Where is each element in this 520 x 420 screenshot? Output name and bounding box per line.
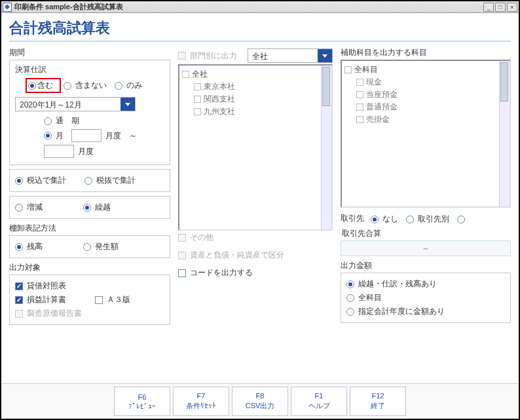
with-tax-radio[interactable] <box>15 177 23 185</box>
output-code-check[interactable] <box>178 269 186 277</box>
by-dept-check <box>178 52 186 60</box>
sub-accounts-label: 補助科目を出力する科目 <box>341 47 511 58</box>
balance-radio[interactable] <box>15 243 23 251</box>
tree-check[interactable] <box>344 66 352 73</box>
with-tax-label: 税込で集計 <box>26 175 71 186</box>
tree-item[interactable]: 普通預金 <box>366 102 398 113</box>
month-to-input[interactable] <box>44 145 74 158</box>
a3-check[interactable] <box>95 296 103 304</box>
tree-item[interactable]: 九州支社 <box>204 106 235 117</box>
tree-check[interactable] <box>194 108 201 115</box>
f1-button[interactable]: F1 ヘルプ <box>291 387 347 416</box>
inventory-panel: 残高 発生額 <box>9 235 170 258</box>
bs-check[interactable] <box>15 282 23 290</box>
f7-label: 条件ﾘｾｯﾄ <box>186 401 216 411</box>
amount-all-label: 全科目 <box>357 292 387 303</box>
period-panel: 決算仕訳 含む 含まない のみ 2020年1月～12月 <box>9 60 170 165</box>
tree-item[interactable]: 現金 <box>366 77 382 88</box>
period-month-label: 月 <box>54 130 69 142</box>
period-label: 期間 <box>9 47 170 58</box>
partner-by-radio[interactable] <box>406 216 414 223</box>
tree-root[interactable]: 全社 <box>192 69 208 80</box>
change-label: 増減 <box>26 202 48 213</box>
tree-check[interactable] <box>182 71 189 78</box>
change-radio[interactable] <box>15 204 23 212</box>
tree-root[interactable]: 全科目 <box>354 64 378 75</box>
other-check <box>178 234 186 242</box>
page-title: 合計残高試算表 <box>9 18 511 38</box>
f8-button[interactable]: F8 CSV出力 <box>232 387 288 416</box>
tree-item[interactable]: 売掛金 <box>366 114 390 125</box>
f7-key: F7 <box>197 392 206 400</box>
closing-only-label: のみ <box>125 80 147 91</box>
range-separator: ～ <box>422 243 430 254</box>
period-range-value: 2020年1月～12月 <box>16 98 121 111</box>
month-from-input[interactable] <box>71 129 102 142</box>
tree-check[interactable] <box>356 79 363 86</box>
minimize-button[interactable]: _ <box>483 3 494 12</box>
month-from-suffix: 月度 <box>104 130 126 142</box>
scrollbar[interactable] <box>499 61 510 206</box>
occur-radio[interactable] <box>83 243 91 251</box>
f6-button[interactable]: F6 ﾌﾟﾚﾋﾞｭｰ <box>114 387 170 416</box>
period-month-radio[interactable] <box>44 132 52 140</box>
window-title: 印刷条件 sample-合計残高試算表 <box>14 2 123 12</box>
partner-none-radio[interactable] <box>371 216 379 223</box>
closing-include-highlight: 含む <box>26 78 61 93</box>
bs-label: 貸借対照表 <box>26 280 71 292</box>
f1-key: F1 <box>315 392 324 400</box>
accounts-tree[interactable]: 全科目 現金 当座預金 普通預金 売掛金 <box>341 60 511 208</box>
without-tax-radio[interactable] <box>84 177 92 185</box>
partner-none-label: なし <box>381 214 403 225</box>
dept-select[interactable]: 全社 <box>248 48 333 63</box>
closing-include-label: 含む <box>36 80 58 91</box>
dept-tree[interactable]: 全社 東京本社 関西支社 九州支社 <box>178 64 333 231</box>
amount-designated-radio[interactable] <box>346 308 354 316</box>
amount-all-radio[interactable] <box>346 294 354 302</box>
f12-button[interactable]: F12 終了 <box>350 387 406 416</box>
amount-designated-label: 指定会計年度に金額あり <box>357 306 450 317</box>
close-button[interactable]: × <box>507 3 517 12</box>
maximize-button[interactable]: □ <box>495 3 506 12</box>
aggregate-panel: 税込で集計 税抜で集計 <box>9 169 170 192</box>
closing-only-radio[interactable] <box>115 82 122 90</box>
partner-merge-label: 取引先合算 <box>341 228 386 239</box>
tree-check[interactable] <box>356 116 363 123</box>
closing-include-radio[interactable] <box>28 82 36 90</box>
mfg-check <box>15 310 23 318</box>
month-sep: ～ <box>129 130 137 142</box>
period-full-radio[interactable] <box>44 117 52 125</box>
dropdown-caret-icon <box>121 98 135 111</box>
pl-check[interactable] <box>15 296 23 304</box>
tree-item[interactable]: 東京本社 <box>204 81 235 92</box>
mfg-label: 製造原価報告書 <box>26 308 87 319</box>
amount-carryover-label: 繰越・仕訳・残高あり <box>357 278 442 290</box>
scrollbar[interactable] <box>321 66 331 229</box>
partner-merge-radio[interactable] <box>457 216 465 223</box>
f8-key: F8 <box>256 392 265 400</box>
output-amount-panel: 繰越・仕訳・残高あり 全科目 指定会計年度に金額あり <box>341 273 511 323</box>
tree-check[interactable] <box>194 83 201 90</box>
closing-exclude-label: 含まない <box>74 80 112 91</box>
tree-check[interactable] <box>356 91 363 98</box>
output-target-label: 出力対象 <box>9 262 170 273</box>
tree-item[interactable]: 当座預金 <box>366 89 398 100</box>
closing-label: 決算仕訳 <box>15 64 164 75</box>
by-dept-label: 部門別に出力 <box>189 50 242 62</box>
tree-item[interactable]: 関西支社 <box>204 94 235 105</box>
split-assets-label: 資産と負債・純資産で区分 <box>189 250 289 261</box>
period-range-select[interactable]: 2020年1月～12月 <box>15 97 136 111</box>
carryover-radio[interactable] <box>83 204 91 212</box>
title-divider <box>9 41 511 42</box>
amount-carryover-radio[interactable] <box>346 280 354 288</box>
output-code-label: コードを出力する <box>189 267 258 278</box>
f7-button[interactable]: F7 条件ﾘｾｯﾄ <box>173 387 229 416</box>
flux-panel: 増減 繰越 <box>9 196 170 219</box>
split-assets-check <box>178 252 186 259</box>
closing-exclude-radio[interactable] <box>64 82 71 90</box>
dept-select-value: 全社 <box>248 49 318 62</box>
pl-label: 損益計算書 <box>26 294 71 305</box>
tree-check[interactable] <box>356 104 363 111</box>
tree-check[interactable] <box>194 96 201 103</box>
footer: F6 ﾌﾟﾚﾋﾞｭｰ F7 条件ﾘｾｯﾄ F8 CSV出力 F1 ヘルプ F12… <box>1 383 519 419</box>
